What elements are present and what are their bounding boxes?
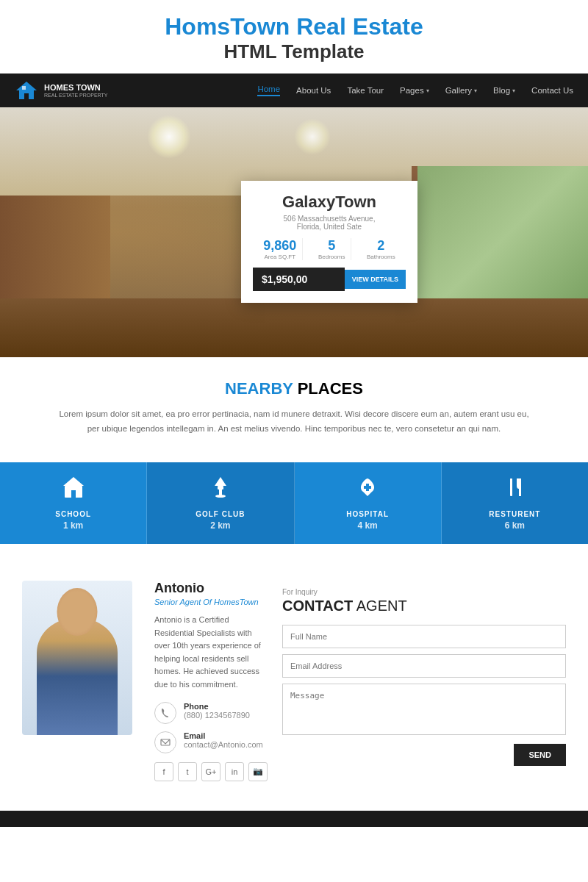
agent-phone-detail: Phone (880) 1234567890 (184, 702, 250, 720)
property-footer: $1,950,00 VIEW DETAILS (253, 268, 406, 291)
property-address: 506 Massachusetts Avenue, Florida, Unite… (253, 215, 406, 231)
property-price: $1,950,00 (253, 268, 345, 291)
social-twitter[interactable]: t (178, 762, 197, 781)
social-facebook[interactable]: f (154, 762, 173, 781)
amenity-golf: GOLF CLUB 2 km (147, 462, 294, 544)
amenity-restaurant: RESTURENT 6 km (442, 462, 588, 544)
form-inquiry-label: For Inquiry (282, 588, 566, 596)
nav-about[interactable]: About Us (296, 86, 331, 95)
agent-name: Antonio (154, 581, 268, 596)
property-name: GalaxyTown (253, 193, 406, 212)
email-input[interactable] (282, 654, 566, 678)
page-title-section: HomsTown Real Estate HTML Template (0, 0, 588, 74)
stat-baths: 2 Bathrooms (361, 238, 401, 260)
social-googleplus[interactable]: G+ (201, 762, 220, 781)
navbar: HOMES TOWN REAL ESTATE PROPERTY Home Abo… (0, 74, 588, 107)
social-icons: f t G+ in 📷 (154, 762, 268, 781)
form-title: CONTACT AGENT (282, 598, 566, 614)
svg-marker-3 (63, 477, 84, 486)
nearby-title: NEARBY PLACES (44, 379, 544, 398)
nav-contact[interactable]: Contact Us (531, 86, 573, 95)
brand[interactable]: HOMES TOWN REAL ESTATE PROPERTY (15, 80, 108, 101)
hero-light1 (147, 115, 191, 159)
email-icon (154, 731, 176, 753)
agent-image (22, 581, 132, 735)
nav-blog[interactable]: Blog ▾ (493, 86, 515, 95)
agent-title: Senior Agent Of HomesTown (154, 598, 268, 606)
hero-section: GalaxyTown 506 Massachusetts Avenue, Flo… (0, 107, 588, 357)
footer-bar (0, 811, 588, 827)
svg-rect-7 (219, 490, 222, 495)
agent-bio: Antonio is a Certified Residential Speci… (154, 614, 268, 692)
hero-floor (0, 298, 588, 357)
svg-marker-5 (215, 477, 226, 486)
nav-gallery[interactable]: Gallery ▾ (445, 86, 477, 95)
page-title-sub: HTML Template (15, 40, 573, 63)
agent-section: Antonio Senior Agent Of HomesTown Antoni… (0, 566, 588, 796)
stat-beds: 5 Bedrooms (312, 238, 351, 260)
brand-logo-icon (15, 80, 38, 101)
send-button[interactable]: SEND (514, 744, 566, 766)
hero-window (412, 166, 588, 313)
agent-email-detail: Email contact@Antonio.com (184, 731, 263, 749)
svg-point-8 (215, 495, 226, 498)
svg-rect-6 (218, 486, 223, 490)
restaurant-icon (503, 476, 526, 504)
brand-text: HOMES TOWN REAL ESTATE PROPERTY (44, 83, 108, 98)
golf-icon (209, 476, 232, 504)
nearby-section: NEARBY PLACES Lorem ipsum dolor sit amet… (0, 357, 588, 451)
view-details-button[interactable]: VIEW DETAILS (345, 270, 406, 289)
nearby-description: Lorem ipsum dolor sit amet, ea pro error… (59, 407, 529, 436)
social-linkedin[interactable]: in (225, 762, 244, 781)
agent-email-row: Email contact@Antonio.com (154, 731, 268, 753)
phone-icon (154, 702, 176, 724)
stat-sqft: 9,860 Area SQ.FT (257, 238, 303, 260)
nav-home[interactable]: Home (257, 85, 280, 96)
property-card: GalaxyTown 506 Massachusetts Avenue, Flo… (241, 181, 417, 303)
svg-rect-12 (510, 478, 512, 486)
agent-photo (22, 581, 140, 781)
svg-rect-10 (364, 486, 371, 489)
agent-phone-row: Phone (880) 1234567890 (154, 702, 268, 724)
social-instagram[interactable]: 📷 (248, 762, 268, 781)
school-icon (62, 476, 85, 504)
hero-light2 (294, 118, 331, 155)
page-title-main: HomsTown Real Estate (15, 13, 573, 40)
amenity-hospital: HOSPITAL 4 km (295, 462, 442, 544)
nav-pages[interactable]: Pages ▾ (400, 86, 429, 95)
message-input[interactable] (282, 684, 566, 735)
hospital-icon (356, 476, 379, 504)
svg-marker-0 (16, 82, 37, 99)
contact-form-section: For Inquiry CONTACT AGENT SEND (282, 581, 566, 781)
svg-rect-4 (71, 490, 76, 498)
property-stats: 9,860 Area SQ.FT 5 Bedrooms 2 Bathrooms (253, 238, 406, 260)
svg-rect-1 (22, 86, 26, 90)
amenity-school: SCHOOL 1 km (0, 462, 147, 544)
agent-info: Antonio Senior Agent Of HomesTown Antoni… (154, 581, 268, 781)
amenities-bar: SCHOOL 1 km GOLF CLUB 2 km HOSPITAL 4 km (0, 462, 588, 544)
fullname-input[interactable] (282, 625, 566, 648)
nav-tour[interactable]: Take Tour (347, 86, 384, 95)
nav-links: Home About Us Take Tour Pages ▾ Gallery … (257, 85, 573, 96)
